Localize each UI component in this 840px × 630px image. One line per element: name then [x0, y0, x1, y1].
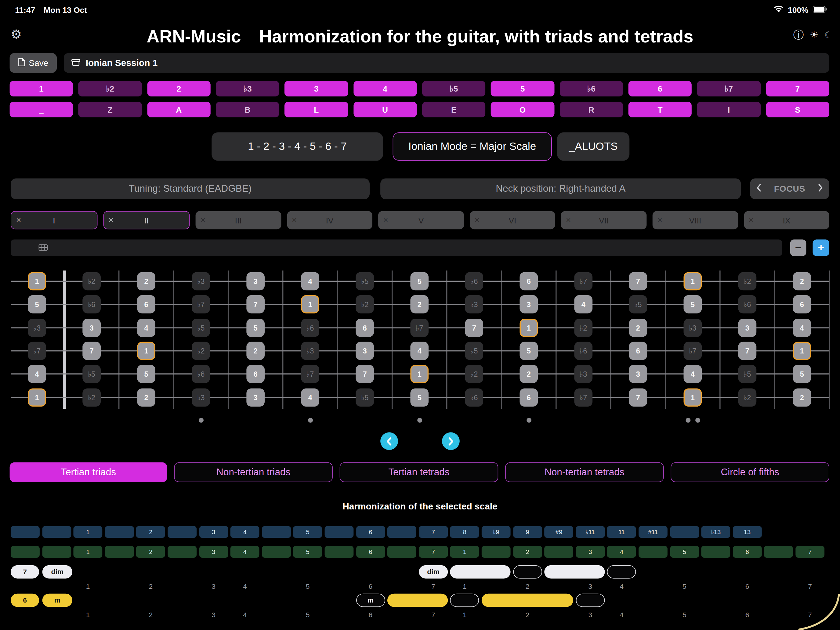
degree-ruler-label: 4 — [231, 583, 259, 591]
interval-pill-4: 4 — [231, 526, 259, 538]
degree-ruler-label: 1 — [450, 611, 479, 619]
degree-ruler-label: 5 — [293, 611, 322, 619]
interval-pill — [387, 526, 416, 538]
chord-tone-pill[interactable] — [513, 565, 542, 579]
chord-tone-pill[interactable] — [576, 594, 605, 607]
chord-root-pill[interactable]: m — [356, 594, 385, 607]
degree-ruler-label: 1 — [450, 583, 479, 591]
chord-root-pill[interactable]: dim — [419, 565, 448, 579]
scale-pill — [639, 546, 668, 558]
interval-pill-2: 2 — [136, 526, 165, 538]
scale-pill-2: 2 — [513, 546, 542, 558]
interval-pill-13: 13 — [733, 526, 762, 538]
degree-ruler-label: 4 — [607, 583, 636, 591]
interval-pill-9: 9 — [513, 526, 542, 538]
chord-degree-pill-6[interactable]: 6 — [11, 594, 39, 607]
interval-pill-#9: #9 — [545, 526, 573, 538]
interval-pill-6: 6 — [356, 526, 385, 538]
scale-pill — [11, 546, 39, 558]
interval-pill — [42, 526, 71, 538]
scale-pill-6: 6 — [733, 546, 762, 558]
interval-pill — [167, 526, 197, 538]
scale-pill-2: 2 — [136, 546, 165, 558]
interval-pill-11: 11 — [607, 526, 636, 538]
scale-pill — [764, 546, 793, 558]
scale-pill — [262, 546, 291, 558]
degree-ruler-label: 5 — [670, 611, 699, 619]
corner-curve — [771, 589, 840, 630]
degree-ruler-label: 7 — [419, 583, 448, 591]
chord-quality-pill-m[interactable]: m — [43, 594, 72, 607]
scale-pill — [167, 546, 197, 558]
degree-ruler-label: 6 — [356, 611, 385, 619]
degree-ruler-label: 1 — [74, 583, 103, 591]
chord-interval-span — [482, 594, 573, 607]
degree-ruler-label: 4 — [231, 611, 259, 619]
scale-pill — [545, 546, 573, 558]
chord-interval-span — [450, 565, 511, 579]
scale-pill — [387, 546, 416, 558]
interval-pill — [325, 526, 354, 538]
degree-ruler-label: 3 — [199, 611, 228, 619]
scale-pill-3: 3 — [199, 546, 228, 558]
scale-pill — [701, 546, 730, 558]
degree-ruler-label: 3 — [576, 611, 605, 619]
interval-pill-7: 7 — [419, 526, 448, 538]
degree-ruler-label: 5 — [670, 583, 699, 591]
degree-ruler-label: 2 — [513, 583, 542, 591]
degree-ruler-label: 3 — [199, 583, 228, 591]
scale-pill — [325, 546, 354, 558]
interval-pill — [105, 526, 134, 538]
scale-pill-6: 6 — [356, 546, 385, 558]
scale-pill-1: 1 — [74, 546, 103, 558]
scale-pill-4: 4 — [231, 546, 259, 558]
chord-tone-pill[interactable] — [607, 565, 636, 579]
chord-tone-pill[interactable] — [450, 594, 479, 607]
degree-ruler-label: 2 — [136, 583, 165, 591]
degree-ruler-label: 5 — [293, 583, 322, 591]
interval-pill-3: 3 — [199, 526, 228, 538]
degree-ruler-label: 3 — [576, 583, 605, 591]
scale-pill — [482, 546, 511, 558]
chord-degree-pill-7[interactable]: 7 — [11, 565, 39, 579]
interval-pill — [11, 526, 39, 538]
scale-pill-7: 7 — [796, 546, 824, 558]
app-root: 11:47 Mon 13 Oct 100% ⚙ ARN-MusicHarmoni… — [0, 0, 840, 630]
interval-pill-♭13: ♭13 — [701, 526, 730, 538]
interval-pill-1: 1 — [74, 526, 103, 538]
scale-pill-5: 5 — [293, 546, 322, 558]
scale-pill-7: 7 — [419, 546, 448, 558]
chord-interval-span — [387, 594, 448, 607]
harmonization-table: 12345678♭99#9♭1111#11♭131312345671234567… — [0, 0, 840, 630]
scale-pill-4: 4 — [607, 546, 636, 558]
scale-pill-3: 3 — [576, 546, 605, 558]
scale-pill — [42, 546, 71, 558]
degree-ruler-label: 6 — [356, 583, 385, 591]
interval-pill-#11: #11 — [639, 526, 668, 538]
interval-pill — [262, 526, 291, 538]
interval-pill — [670, 526, 699, 538]
scale-pill-5: 5 — [670, 546, 699, 558]
chord-interval-span — [545, 565, 605, 579]
degree-ruler-label: 7 — [419, 611, 448, 619]
scale-pill-1: 1 — [450, 546, 479, 558]
chord-quality-pill-dim[interactable]: dim — [43, 565, 72, 579]
degree-ruler-label: 4 — [607, 611, 636, 619]
degree-ruler-label: 6 — [733, 583, 762, 591]
interval-pill-5: 5 — [293, 526, 322, 538]
degree-ruler-label: 2 — [513, 611, 542, 619]
scale-pill — [105, 546, 134, 558]
degree-ruler-label: 6 — [733, 611, 762, 619]
interval-pill-♭9: ♭9 — [482, 526, 511, 538]
interval-pill-♭11: ♭11 — [576, 526, 605, 538]
interval-pill-8: 8 — [450, 526, 479, 538]
degree-ruler-label: 2 — [136, 611, 165, 619]
degree-ruler-label: 1 — [74, 611, 103, 619]
